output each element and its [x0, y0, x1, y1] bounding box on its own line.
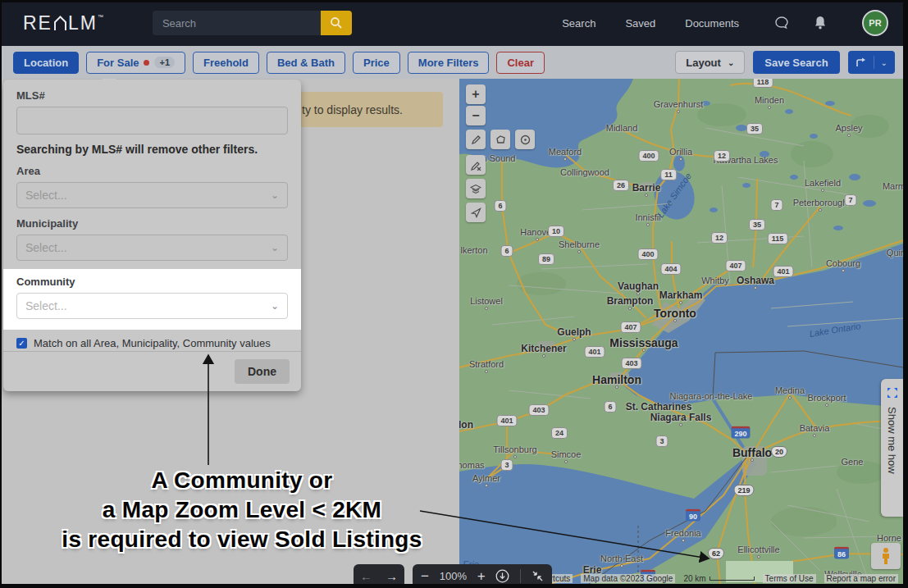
filter-button-more-filters[interactable]: More Filters: [408, 52, 490, 74]
municipality-select-placeholder: Select...: [25, 241, 67, 254]
realm-logo[interactable]: RE LM ™: [23, 12, 105, 34]
draw-radius-button[interactable]: [515, 130, 535, 149]
forward-arrow-button[interactable]: →: [386, 569, 398, 583]
municipality-select[interactable]: Select... ⌄: [16, 235, 288, 261]
clear-drawing-button[interactable]: [466, 155, 486, 175]
house-a-icon: [53, 15, 67, 31]
done-button[interactable]: Done: [235, 359, 290, 384]
logo-trademark: ™: [98, 14, 105, 20]
filter-button-bed-bath[interactable]: Bed & Bath: [267, 52, 345, 74]
show-me-how-tab[interactable]: Show me how: [881, 379, 903, 517]
layers-icon: [470, 184, 481, 194]
filter-button-label: Price: [363, 57, 390, 69]
global-search: [153, 11, 352, 35]
area-select[interactable]: Select... ⌄: [16, 182, 288, 208]
draw-pencil-button[interactable]: [466, 130, 486, 149]
filter-button-for-sale[interactable]: For Sale+1: [86, 52, 185, 74]
match-checkbox-label: Match on all Area, Municipality, Communi…: [34, 337, 271, 349]
map[interactable]: GravenhurstMindenMidlandApsleyMeafordOri…: [459, 79, 903, 584]
save-search-button[interactable]: Save Search: [753, 51, 839, 74]
annotation-line: is required to view Sold Listings: [41, 525, 443, 554]
map-canvas: [459, 79, 903, 584]
zoom-in-button[interactable]: +: [477, 568, 486, 585]
window-edge: [903, 0, 908, 588]
map-scale-bar: [710, 577, 755, 581]
filter-button-label: For Sale: [97, 57, 139, 69]
mls-input[interactable]: [16, 107, 288, 134]
map-zoom-out-button[interactable]: −: [466, 106, 486, 125]
window-edge: [0, 0, 908, 2]
filter-count-badge: +1: [154, 57, 175, 68]
nav-link-documents[interactable]: Documents: [685, 17, 739, 30]
filter-button-label: Clear: [507, 57, 534, 69]
banner-text: ty to display results.: [302, 103, 403, 116]
community-select-placeholder: Select...: [25, 299, 67, 312]
pegman-icon: [879, 547, 892, 565]
community-select[interactable]: Select... ⌄: [16, 293, 288, 319]
map-scale: 20 km: [683, 574, 754, 583]
back-arrow-button[interactable]: ←: [360, 569, 372, 583]
share-button[interactable]: ⌄: [848, 51, 895, 74]
chat-icon[interactable]: [773, 15, 790, 31]
erase-drawing-icon: [471, 160, 481, 171]
panel-footer: Done: [3, 351, 301, 391]
layout-label: Layout: [686, 57, 721, 69]
filter-button-clear[interactable]: Clear: [496, 52, 545, 74]
avatar[interactable]: PR: [862, 10, 888, 36]
pegman-button[interactable]: [871, 543, 901, 569]
attribution-terms-of-use[interactable]: Terms of Use: [763, 574, 816, 583]
expand-arrows-icon: [887, 387, 898, 399]
layout-button[interactable]: Layout ⌄: [675, 51, 745, 74]
search-button[interactable]: [321, 11, 352, 35]
area-label: Area: [16, 165, 288, 177]
filter-bar-right: Layout ⌄ Save Search ⌄: [675, 51, 895, 74]
show-me-how-label: Show me how: [886, 407, 898, 474]
filter-button-label: Location: [24, 57, 68, 69]
nav-link-saved[interactable]: Saved: [625, 17, 655, 30]
polygon-icon: [495, 134, 506, 145]
attribution-report-a-map-error[interactable]: Report a map error: [824, 574, 898, 583]
mls-label: MLS#: [16, 89, 288, 102]
municipality-label: Municipality: [16, 217, 288, 230]
search-input[interactable]: [153, 11, 321, 35]
checkbox-checked-icon[interactable]: ✓: [16, 338, 27, 349]
logo-text: LM: [68, 12, 98, 34]
my-location-button[interactable]: [466, 203, 486, 222]
nav-links: SearchSavedDocuments: [562, 17, 739, 30]
circle-down-arrow-icon: [495, 569, 509, 583]
logo-text: RE: [23, 12, 52, 34]
circle-radius-icon: [520, 134, 531, 145]
share-arrow-icon: [856, 57, 867, 67]
divider: [520, 569, 521, 583]
filter-button-price[interactable]: Price: [353, 52, 400, 74]
download-button[interactable]: [495, 569, 509, 583]
filter-buttons: LocationFor Sale+1FreeholdBed & BathPric…: [13, 52, 545, 74]
filter-button-location[interactable]: Location: [13, 52, 79, 74]
collapse-button[interactable]: [532, 570, 544, 582]
chevron-down-icon: ⌄: [271, 300, 279, 312]
nav-link-search[interactable]: Search: [562, 17, 595, 30]
map-layers-button[interactable]: [466, 179, 486, 198]
app-window: { "nav": { "logo_text_left": "RE", "logo…: [0, 0, 908, 588]
chevron-down-icon: ⌄: [728, 58, 734, 67]
zoom-out-button[interactable]: −: [421, 568, 429, 585]
location-filter-panel: MLS# Searching by MLS# will remove other…: [3, 80, 301, 391]
annotation-line: a Map Zoom Level < 2KM: [41, 495, 443, 525]
window-edge: [0, 584, 908, 588]
filter-button-label: Bed & Bath: [277, 57, 335, 69]
bell-icon[interactable]: [813, 15, 828, 31]
collapse-icon: [532, 570, 544, 582]
filter-button-freehold[interactable]: Freehold: [193, 52, 259, 74]
zoom-percent: 100%: [440, 570, 467, 582]
location-arrow-icon: [471, 207, 481, 218]
chevron-down-icon: ⌄: [271, 189, 279, 201]
mls-note: Searching by MLS# will remove other filt…: [16, 143, 288, 156]
annotation-text: A Community ora Map Zoom Level < 2KMis r…: [41, 466, 443, 554]
area-select-placeholder: Select...: [25, 189, 67, 202]
top-nav: RE LM ™ SearchSavedDocuments PR: [0, 0, 908, 46]
match-checkbox-row[interactable]: ✓ Match on all Area, Municipality, Commu…: [16, 337, 288, 349]
map-zoom-in-button[interactable]: +: [466, 84, 486, 104]
annotation-line: A Community or: [41, 466, 443, 495]
chevron-down-icon: ⌄: [271, 242, 279, 253]
draw-polygon-button[interactable]: [491, 130, 510, 149]
